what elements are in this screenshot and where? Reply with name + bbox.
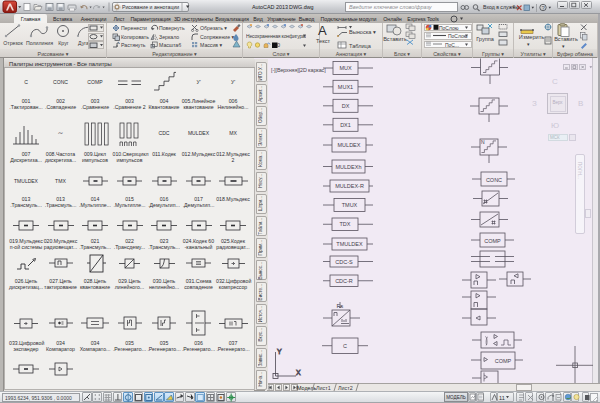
svg-text:DX1: DX1 [340,122,351,128]
svg-text:MULDEX-R: MULDEX-R [335,183,364,189]
svg-text:TMUX: TMUX [342,202,358,208]
svg-text:C: C [343,343,347,349]
svg-text:CDC-R: CDC-R [335,278,353,284]
svg-text:DX: DX [342,103,350,109]
svg-text:TMULDEX: TMULDEX [336,241,363,247]
svg-text:MULDEXh: MULDEXh [336,164,362,170]
svg-text:11: 11 [499,395,505,401]
svg-text:Fs: Fs [337,303,344,309]
svg-text:TDX: TDX [340,221,351,227]
svg-text:X: X [296,369,301,376]
svg-text:MUX1: MUX1 [338,84,353,90]
svg-text:N: N [481,139,485,145]
svg-text:MULDEX: MULDEX [338,142,361,148]
svg-text:CONC: CONC [486,177,502,183]
svg-text:Y: Y [277,348,282,355]
svg-text:MUX: MUX [339,65,352,71]
svg-text:COMP: COMP [484,238,501,244]
svg-text:CDC-S: CDC-S [335,259,353,265]
svg-text:COMP: COMP [495,358,512,364]
